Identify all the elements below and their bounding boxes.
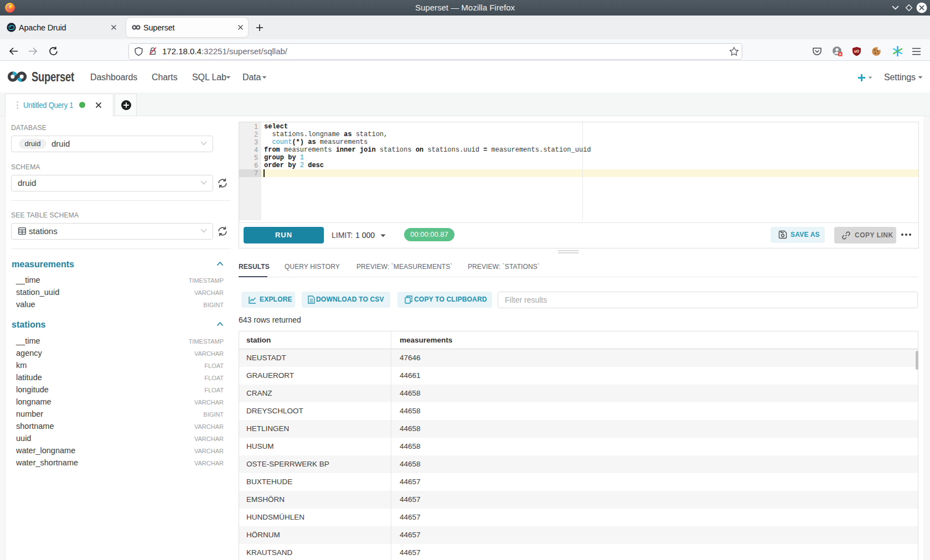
svg-text:uO: uO bbox=[854, 49, 859, 53]
